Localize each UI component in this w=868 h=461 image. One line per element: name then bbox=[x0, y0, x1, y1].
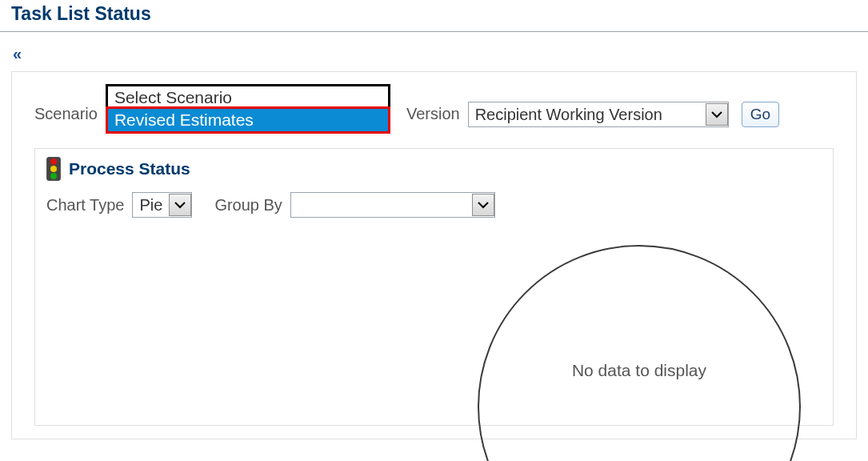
version-dropdown[interactable]: Recipient Working Version bbox=[468, 102, 729, 127]
pie-chart-placeholder: No data to display bbox=[478, 245, 801, 461]
chart-controls: Chart Type Pie Group By bbox=[46, 192, 822, 218]
panel-title: Process Status bbox=[69, 159, 190, 178]
group-by-dropdown[interactable] bbox=[290, 192, 495, 218]
filter-row: Scenario Select Scenario Revised Estimat… bbox=[34, 84, 834, 134]
scenario-option-revised-estimates[interactable]: Revised Estimates bbox=[106, 106, 390, 134]
version-value: Recipient Working Version bbox=[469, 106, 706, 124]
chevron-down-icon[interactable] bbox=[169, 194, 191, 216]
version-label: Version bbox=[406, 84, 460, 123]
divider bbox=[0, 31, 868, 32]
scenario-label: Scenario bbox=[34, 84, 98, 123]
chevron-down-icon[interactable] bbox=[706, 103, 728, 126]
chevron-down-icon[interactable] bbox=[472, 194, 494, 216]
process-status-panel: Process Status Chart Type Pie Group By N… bbox=[34, 148, 834, 426]
scenario-dropdown[interactable]: Select Scenario Revised Estimates bbox=[106, 84, 390, 134]
filter-panel: Scenario Select Scenario Revised Estimat… bbox=[11, 71, 857, 439]
chart-type-label: Chart Type bbox=[46, 196, 124, 214]
panel-header: Process Status bbox=[46, 157, 822, 181]
go-button[interactable]: Go bbox=[742, 102, 779, 127]
chart-type-value: Pie bbox=[133, 196, 169, 214]
empty-state-text: No data to display bbox=[572, 361, 706, 380]
chart-type-dropdown[interactable]: Pie bbox=[132, 192, 192, 218]
traffic-light-icon bbox=[46, 157, 61, 181]
collapse-panel-button[interactable]: « bbox=[0, 43, 34, 65]
scenario-placeholder[interactable]: Select Scenario bbox=[108, 86, 388, 109]
group-by-label: Group By bbox=[214, 196, 282, 214]
page-title: Task List Status bbox=[0, 0, 868, 31]
